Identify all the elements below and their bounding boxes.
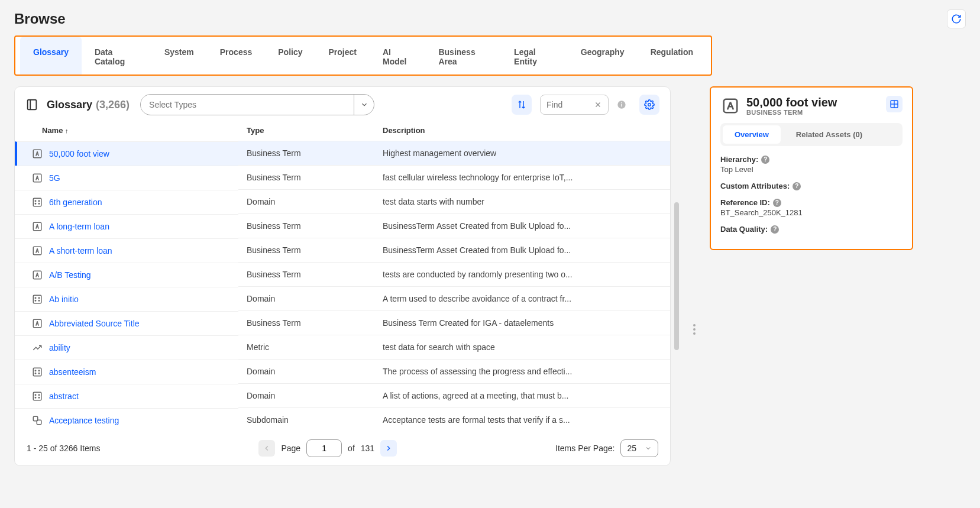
svg-rect-28 — [33, 392, 41, 400]
tab-legal-entity[interactable]: Legal Entity — [501, 37, 568, 75]
ipp-label: Items Per Page: — [555, 444, 614, 453]
row-type-icon — [31, 221, 43, 232]
svg-point-6 — [648, 103, 651, 106]
table-row[interactable]: 50,000 foot viewBusiness TermHighest man… — [15, 141, 670, 166]
row-type-icon — [31, 415, 43, 426]
row-name-link[interactable]: ability — [49, 343, 70, 352]
svg-rect-9 — [33, 198, 41, 206]
page-of-label: of — [348, 444, 355, 453]
row-name-link[interactable]: 50,000 foot view — [49, 149, 109, 158]
col-header-description[interactable]: Description — [374, 120, 670, 141]
row-description: Highest management overview — [374, 141, 670, 166]
row-description: A list of actions, agreed at a meeting, … — [374, 384, 670, 408]
svg-point-26 — [38, 370, 40, 371]
row-name-link[interactable]: 6th generation — [49, 198, 102, 207]
row-name-link[interactable]: Abbreviated Source Title — [49, 319, 140, 328]
row-type: Domain — [238, 360, 374, 384]
row-name-link[interactable]: Acceptance testing — [49, 416, 119, 425]
table-row[interactable]: A/B TestingBusiness Termtests are conduc… — [15, 263, 670, 287]
detail-title: 50,000 foot view — [746, 96, 837, 109]
tab-process[interactable]: Process — [207, 37, 265, 75]
row-type-icon — [31, 366, 43, 378]
page-total: 131 — [361, 444, 374, 453]
help-icon[interactable]: ? — [773, 199, 781, 207]
find-input[interactable] — [545, 99, 593, 110]
type-select-input[interactable] — [141, 96, 354, 113]
table-row[interactable]: absenteeismDomainThe process of assessin… — [15, 360, 670, 384]
glossary-icon — [25, 98, 38, 111]
custom-attr-label: Custom Attributes: — [720, 182, 790, 190]
row-type-icon — [31, 342, 43, 354]
panel-resize-handle[interactable] — [690, 86, 699, 466]
help-icon[interactable]: ? — [761, 156, 769, 164]
chevron-down-icon — [645, 445, 652, 452]
row-name-link[interactable]: A long-term loan — [49, 222, 109, 231]
type-select[interactable] — [140, 94, 374, 115]
info-icon[interactable] — [617, 100, 631, 109]
table-row[interactable]: 6th generationDomaintest data starts wit… — [15, 190, 670, 214]
table-row[interactable]: abilityMetrictest data for search with s… — [15, 335, 670, 360]
row-type: Business Term — [238, 166, 374, 190]
col-header-name[interactable]: Name ↑ — [15, 120, 238, 141]
tab-project[interactable]: Project — [316, 37, 370, 75]
sort-button[interactable] — [512, 95, 532, 115]
table-row[interactable]: A long-term loanBusiness TermBusinessTer… — [15, 214, 670, 238]
reference-id-value: BT_Search_250K_1281 — [720, 208, 903, 217]
tab-regulation[interactable]: Regulation — [638, 37, 706, 75]
settings-button[interactable] — [639, 95, 659, 115]
tab-policy[interactable]: Policy — [265, 37, 315, 75]
tab-geography[interactable]: Geography — [568, 37, 638, 75]
row-name-link[interactable]: A/B Testing — [49, 270, 91, 280]
page-input[interactable] — [306, 439, 342, 457]
tab-business-area[interactable]: Business Area — [425, 37, 501, 75]
row-type: Subdomain — [238, 408, 374, 432]
chevron-down-icon[interactable] — [354, 95, 374, 115]
help-icon[interactable]: ? — [793, 182, 801, 190]
row-name-link[interactable]: Ab initio — [49, 295, 79, 304]
tab-ai-model[interactable]: AI Model — [370, 37, 425, 75]
refresh-icon — [951, 14, 962, 24]
prev-page-button[interactable] — [258, 440, 275, 457]
help-icon[interactable]: ? — [771, 225, 779, 234]
svg-point-25 — [35, 373, 36, 374]
row-type-icon — [31, 390, 43, 402]
hierarchy-label: Hierarchy: — [720, 155, 758, 164]
tab-data-catalog[interactable]: Data Catalog — [82, 37, 151, 75]
detail-tab-related[interactable]: Related Assets (0) — [784, 125, 874, 144]
expand-icon — [890, 99, 899, 109]
tab-glossary[interactable]: Glossary — [20, 37, 82, 75]
row-description: tests are conducted by randomly presenti… — [374, 263, 670, 287]
table-row[interactable]: Ab initioDomainA term used to describe a… — [15, 287, 670, 311]
row-name-link[interactable]: abstract — [49, 391, 79, 401]
vertical-scrollbar[interactable] — [674, 202, 679, 350]
row-name-link[interactable]: absenteeism — [49, 367, 96, 377]
hierarchy-value: Top Level — [720, 165, 903, 174]
refresh-button[interactable] — [947, 9, 966, 28]
content-card: Glossary (3,266) — [14, 86, 671, 466]
detail-panel: 50,000 foot view BUSINESS TERM Overview … — [710, 86, 913, 250]
svg-rect-17 — [33, 295, 41, 303]
clear-icon[interactable] — [593, 101, 603, 109]
expand-panel-button[interactable] — [886, 96, 903, 112]
next-page-button[interactable] — [380, 440, 397, 457]
svg-point-27 — [38, 373, 40, 374]
row-name-link[interactable]: 5G — [49, 173, 60, 183]
table-row[interactable]: abstractDomainA list of actions, agreed … — [15, 384, 670, 408]
table-row[interactable]: A short-term loanBusiness TermBusinessTe… — [15, 238, 670, 263]
row-name-link[interactable]: A short-term loan — [49, 246, 112, 255]
col-header-type[interactable]: Type — [238, 120, 374, 141]
table-row[interactable]: 5GBusiness Termfast cellular wireless te… — [15, 166, 670, 190]
svg-point-32 — [38, 397, 40, 398]
find-box[interactable] — [540, 95, 609, 115]
table-row[interactable]: Acceptance testingSubdomainAcceptance te… — [15, 408, 670, 432]
page-label: Page — [281, 444, 300, 453]
svg-point-20 — [38, 297, 40, 299]
table-row[interactable]: Abbreviated Source TitleBusiness TermBus… — [15, 311, 670, 335]
row-type-icon — [31, 318, 43, 329]
detail-tab-overview[interactable]: Overview — [723, 125, 781, 144]
row-type: Domain — [238, 384, 374, 408]
svg-point-10 — [35, 200, 36, 202]
ipp-select[interactable]: 25 — [620, 439, 658, 457]
tab-system[interactable]: System — [151, 37, 207, 75]
row-description: test data for search with space — [374, 335, 670, 360]
